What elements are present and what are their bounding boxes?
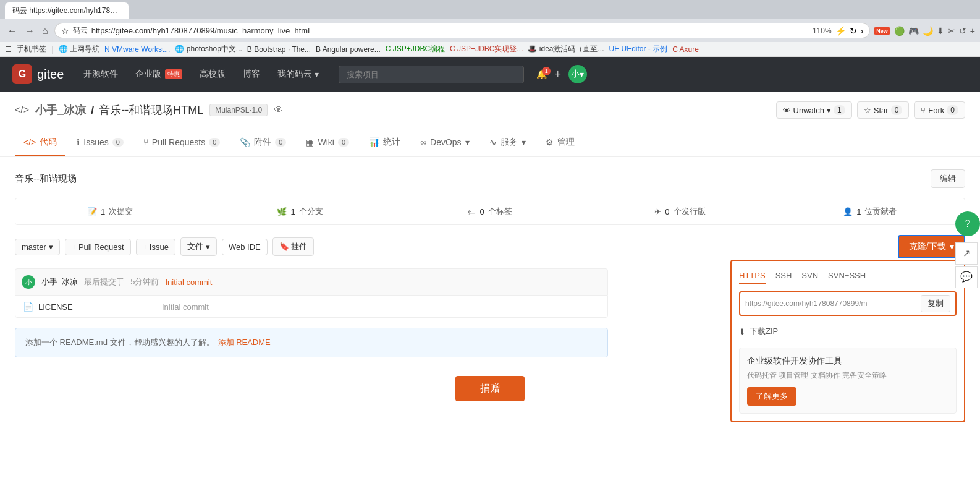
repo-full-title: 小手_冰凉 / 音乐--和谐现场HTML	[35, 103, 203, 117]
unwatch-button[interactable]: 👁 Unwatch ▾ 1	[776, 101, 852, 119]
star-count: 0	[891, 105, 903, 115]
commit-author[interactable]: 小手_冰凉	[41, 276, 78, 288]
nav-attachments[interactable]: 📎 附件 0	[231, 129, 295, 156]
enterprise-learn-button[interactable]: 了解更多	[747, 387, 796, 406]
clone-tabs: HTTPS SSH SVN SVN+SSH	[739, 268, 957, 284]
user-avatar[interactable]: 小 ▾	[568, 65, 587, 83]
enterprise-badge: 特惠	[165, 69, 182, 79]
browser-tab-active[interactable]: 码云 https://gitee.com/hyh17808770899/...	[5, 2, 129, 19]
file-button[interactable]: 文件 ▾	[180, 237, 217, 256]
extension-icon-1[interactable]: 🟢	[894, 26, 905, 36]
gitee-search[interactable]	[339, 66, 524, 83]
stat-tags[interactable]: 🏷 0 个标签	[395, 198, 585, 224]
bookmark-ueditor[interactable]: UE UEditor - 示例	[609, 44, 668, 54]
bookmark-jsp2[interactable]: C JSP+JDBC实现登...	[450, 44, 523, 54]
widget-button[interactable]: 🔖 挂件	[272, 237, 315, 256]
clone-tab-https[interactable]: HTTPS	[739, 268, 766, 284]
bookmarks-bar: ☐ 手机书签 | 🌐 上网导航 N VMware Workst... 🌐 pho…	[0, 42, 980, 57]
bookmark-phone[interactable]: 手机书签	[17, 44, 46, 54]
star-button[interactable]: ☆ Star 0	[857, 101, 910, 119]
nav-mycloud-chevron: ▾	[315, 69, 319, 79]
webide-button[interactable]: Web IDE	[222, 239, 268, 255]
bookmark-angular[interactable]: B Angular powere...	[316, 45, 381, 54]
clone-tab-svn[interactable]: SVN	[801, 268, 818, 284]
nav-enterprise[interactable]: 企业版 特惠	[128, 64, 190, 85]
repo-owner[interactable]: 小手_冰凉	[35, 103, 86, 117]
gitee-logo[interactable]: G gitee	[12, 64, 64, 84]
download-zip-label: 下载ZIP	[750, 326, 778, 337]
bookmark-bootstrap[interactable]: B Bootstrap · The...	[247, 45, 311, 54]
tag-stat-icon: 🏷	[468, 207, 476, 216]
nav-devops[interactable]: ∞ DevOps ▾	[412, 129, 478, 156]
nav-code[interactable]: </> 代码	[15, 129, 65, 156]
branch-selector[interactable]: master ▾	[15, 239, 60, 255]
issue-button[interactable]: + Issue	[136, 239, 175, 255]
undo-icon[interactable]: ↺	[959, 26, 966, 36]
add-readme-link[interactable]: 添加 README	[218, 337, 271, 348]
extension-icon-2[interactable]: 🎮	[908, 26, 919, 36]
nav-pullrequests[interactable]: ⑂ Pull Requests 0	[135, 129, 229, 156]
fork-button[interactable]: ⑂ Fork 0	[914, 101, 965, 119]
repo-name[interactable]: 音乐--和谐现场HTML	[99, 103, 203, 117]
donate-button[interactable]: 捐赠	[455, 376, 525, 401]
nav-opensource[interactable]: 开源软件	[76, 64, 125, 85]
moon-icon[interactable]: 🌙	[923, 26, 933, 36]
pull-request-button[interactable]: + Pull Request	[65, 239, 131, 255]
commit-avatar: 小	[22, 275, 35, 289]
clone-url-row: 复制	[739, 291, 957, 316]
release-stat-icon: ✈	[654, 207, 661, 216]
copy-url-button[interactable]: 复制	[921, 295, 950, 312]
scissors-icon[interactable]: ✂	[948, 26, 955, 36]
plus-button[interactable]: +	[554, 68, 561, 81]
branch-unit: 个分支	[299, 206, 323, 217]
download-zip-row[interactable]: ⬇ 下载ZIP	[739, 322, 957, 341]
bookmark-idea[interactable]: 🎩 idea激活码（直至...	[528, 44, 604, 54]
browser-chrome: 码云 https://gitee.com/hyh17808770899/... …	[0, 0, 980, 57]
clone-tab-svnssh[interactable]: SVN+SSH	[828, 268, 866, 284]
help-float-button[interactable]: ?	[955, 211, 980, 236]
bookmark-photoshop[interactable]: 🌐 photoshop中文...	[175, 44, 242, 54]
contributor-stat-icon: 👤	[843, 207, 853, 216]
file-area: 小 小手_冰凉 最后提交于 5分钟前 Initial commit 📄 LICE…	[15, 268, 608, 357]
download-icon[interactable]: ⬇	[937, 26, 944, 36]
clone-dropdown-panel: HTTPS SSH SVN SVN+SSH 复制 ⬇ 下载ZIP	[730, 260, 965, 422]
chat-float-button[interactable]: 💬	[955, 266, 978, 288]
back-button[interactable]: ←	[5, 24, 20, 38]
nav-stats[interactable]: 📊 统计	[360, 129, 409, 156]
nav-blog[interactable]: 博客	[235, 64, 268, 85]
notification-badge: 1	[542, 67, 551, 75]
gitee-nav: 开源软件 企业版 特惠 高校版 博客 我的码云 ▾	[76, 64, 326, 85]
bookmark-checkbox[interactable]: ☐	[5, 45, 12, 54]
stat-branches[interactable]: 🌿 1 个分支	[205, 198, 395, 224]
readme-prompt: 添加一个 README.md 文件，帮助感兴趣的人了解。 添加 README	[15, 328, 608, 357]
edit-description-button[interactable]: 编辑	[931, 169, 965, 188]
stat-commits[interactable]: 📝 1 次提交	[15, 198, 205, 224]
stat-releases[interactable]: ✈ 0 个发行版	[585, 198, 775, 224]
nav-issues[interactable]: ℹ Issues 0	[68, 129, 132, 156]
nav-manage[interactable]: ⚙ 管理	[537, 129, 583, 156]
nav-mycloud[interactable]: 我的码云 ▾	[270, 64, 326, 85]
search-input[interactable]	[339, 66, 524, 83]
clone-tab-ssh[interactable]: SSH	[775, 268, 792, 284]
watch-icon: 👁	[274, 104, 284, 116]
bookmark-jsp1[interactable]: C JSP+JDBC编程	[386, 44, 445, 54]
nav-university[interactable]: 高校版	[192, 64, 233, 85]
stat-contributors[interactable]: 👤 1 位贡献者	[775, 198, 965, 224]
bookmark-vmware[interactable]: N VMware Workst...	[104, 45, 170, 54]
bookmark-axure[interactable]: C Axure	[672, 45, 699, 54]
bookmark-nav[interactable]: 🌐 上网导航	[59, 44, 99, 54]
forward-button[interactable]: →	[22, 24, 37, 38]
address-bar-input[interactable]: https://gitee.com/hyh17808770899/music_h…	[91, 26, 809, 35]
file-chevron: ▾	[206, 242, 210, 252]
nav-wiki[interactable]: ▦ Wiki 0	[297, 129, 358, 156]
nav-services[interactable]: ∿ 服务 ▾	[481, 129, 534, 156]
notification-button[interactable]: 🔔 1	[536, 69, 547, 79]
address-bar-container[interactable]: ☆ 码云 https://gitee.com/hyh17808770899/mu…	[54, 23, 871, 38]
clone-url-input[interactable]	[745, 299, 917, 308]
external-link-float-button[interactable]: ↗	[955, 242, 978, 265]
file-name[interactable]: LICENSE	[38, 302, 162, 312]
home-button[interactable]: ⌂	[40, 24, 51, 38]
issues-icon: ℹ	[77, 137, 80, 147]
commit-message[interactable]: Initial commit	[165, 278, 212, 287]
plus-icon[interactable]: +	[970, 26, 975, 36]
